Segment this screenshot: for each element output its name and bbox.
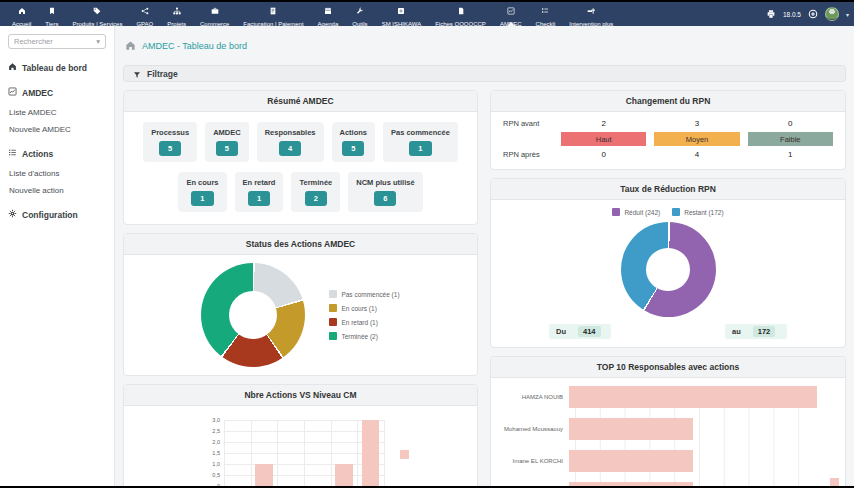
panel-title: Status des Actions AMDEC <box>124 234 477 255</box>
sidebar-item-dashboard[interactable]: Tableau de bord <box>8 62 106 73</box>
legend-item-termin-e-2[interactable]: Terminée (2) <box>329 332 399 340</box>
legend-item-en-retard-1[interactable]: En retard (1) <box>329 318 399 326</box>
nav-item-tiers[interactable]: Tiers <box>38 2 65 26</box>
nav-item-projets[interactable]: Projets <box>160 2 193 26</box>
nav-item-facturation-paiement[interactable]: Facturation | Paiement <box>236 2 310 26</box>
rpn-after-row-label: RPN après <box>503 150 553 159</box>
top-nav: AccueilTiersProduits | ServicesGPAOProje… <box>0 2 854 26</box>
grid-line-v <box>357 420 358 486</box>
legend-item-pas-commenc-e-1[interactable]: Pas commencée (1) <box>329 290 399 298</box>
filter-label: Filtrage <box>147 69 178 79</box>
gear-icon <box>8 209 17 220</box>
summary-card-en-retard: En retard1 <box>235 172 284 212</box>
legend-item-restant-172[interactable]: Restant (172) <box>672 208 723 216</box>
hbar-chart-legend-swatch[interactable] <box>830 478 839 486</box>
summary-card-value-badge[interactable]: 1 <box>409 141 431 156</box>
nav-item-outils[interactable]: Outils <box>345 2 374 26</box>
legend-label: Terminée (2) <box>341 333 377 340</box>
status-donut-chart[interactable] <box>201 263 305 367</box>
summary-card-value-badge[interactable]: 2 <box>305 191 327 206</box>
sidebar: Rechercher ▾ Tableau de bord AMDECListe … <box>0 26 115 486</box>
nav-item-produits-services[interactable]: Produits | Services <box>65 2 129 26</box>
nav-item-sm-ishikawa[interactable]: SM ISHIKAWA <box>375 2 429 26</box>
nav-items: AccueilTiersProduits | ServicesGPAOProje… <box>5 2 620 26</box>
chevron-down-icon[interactable]: ▾ <box>846 11 849 18</box>
bar-mohamed-moussaouy[interactable] <box>569 418 693 440</box>
legend-item-r-duit-242[interactable]: Réduit (242) <box>612 208 660 216</box>
rpn-after-value-faible: 1 <box>748 150 833 159</box>
summary-card-value-badge[interactable]: 5 <box>159 141 181 156</box>
chevron-down-icon: ▾ <box>96 37 100 46</box>
bar-niveau-cm-6[interactable] <box>362 420 379 486</box>
sidebar-section-actions[interactable]: Actions <box>8 148 106 159</box>
nav-right: 18.0.5 ▾ <box>766 2 849 26</box>
bar-niveau-cm-2[interactable] <box>255 464 272 486</box>
rpn-table-area: RPN avant230HautMoyenFaibleRPN après041 <box>491 112 845 169</box>
nav-item-fiches-qqqoccp[interactable]: Fiches QQQOCCP <box>428 2 493 26</box>
hbar-row-mohamed-moussaouy: Mohamed Moussaouy <box>491 418 823 440</box>
bar-hassnae-el-jesri[interactable] <box>569 482 693 486</box>
y-tick-label: 2,0 <box>198 439 220 445</box>
summary-card-pas-commenc-e: Pas commencée1 <box>383 122 458 162</box>
summary-card-value-badge[interactable]: 5 <box>216 141 238 156</box>
summary-card-value-badge[interactable]: 5 <box>342 141 364 156</box>
sidebar-item-liste-amdec[interactable]: Liste AMDEC <box>9 108 106 117</box>
rpn-before-value-moyen: 3 <box>654 119 739 128</box>
nav-item-commerce[interactable]: Commerce <box>193 2 236 26</box>
panel-rpn-reduction: Taux de Réduction RPN Réduit (242)Restan… <box>490 178 846 348</box>
rpn-before-value-haut: 2 <box>561 119 646 128</box>
panel-actions-vs-cm: Nbre Actions VS Niveau CM 00,51,01,52,02… <box>123 384 478 486</box>
bar-hamza-nouib[interactable] <box>569 386 817 408</box>
printer-icon[interactable] <box>766 5 776 23</box>
nav-item-label: Accueil <box>12 21 31 27</box>
nav-item-label: GPAO <box>136 21 153 27</box>
summary-card-label: En retard <box>243 178 276 187</box>
nav-item-agenda[interactable]: Agenda <box>311 2 346 26</box>
nav-item-checkli[interactable]: Checkli <box>529 2 563 26</box>
nav-item-amdec[interactable]: AMDEC <box>493 2 529 26</box>
legend-item-en-cours-1[interactable]: En cours (1) <box>329 304 399 312</box>
nav-item-accueil[interactable]: Accueil <box>5 2 38 26</box>
nav-item-intervention-plus[interactable]: Intervention plus <box>562 2 620 26</box>
summary-card-value-badge[interactable]: 4 <box>279 141 301 156</box>
filter-bar[interactable]: Filtrage <box>123 65 846 82</box>
page-title[interactable]: AMDEC - Tableau de bord <box>142 41 247 51</box>
dashboard-grid: Résumé AMDEC Processus5AMDEC5Responsable… <box>123 90 846 486</box>
panel-summary: Résumé AMDEC Processus5AMDEC5Responsable… <box>123 90 478 225</box>
wrench-icon <box>356 1 364 19</box>
hbar-category-label: Mohamed Moussaouy <box>491 426 569 432</box>
sidebar-section-amdec[interactable]: AMDEC <box>8 87 106 98</box>
sidebar-item-configuration[interactable]: Configuration <box>8 209 106 220</box>
legend-label: Restant (172) <box>684 209 723 216</box>
diagram-icon <box>397 1 405 19</box>
rpn-table: RPN avant230HautMoyenFaibleRPN après041 <box>503 119 833 159</box>
nav-item-label: Produits | Services <box>72 21 122 27</box>
summary-card-value-badge[interactable]: 1 <box>248 191 270 206</box>
plus-circle-icon[interactable] <box>808 5 818 23</box>
chart-line-icon <box>8 87 17 98</box>
chart-line-icon <box>507 1 515 19</box>
nav-item-gpao[interactable]: GPAO <box>129 2 160 26</box>
file-icon <box>457 1 465 19</box>
app-window: AccueilTiersProduits | ServicesGPAOProje… <box>0 0 854 488</box>
legend-label: Réduit (242) <box>624 209 660 216</box>
sidebar-item-nouvelle-action[interactable]: Nouvelle action <box>9 186 106 195</box>
bar-imane-el-korchi[interactable] <box>569 450 693 472</box>
hbar-track <box>569 386 823 408</box>
right-column: Changement du RPN RPN avant230HautMoyenF… <box>490 90 846 486</box>
sidebar-search-select[interactable]: Rechercher ▾ <box>8 34 106 49</box>
summary-card-value-badge[interactable]: 1 <box>191 191 213 206</box>
sidebar-item-nouvelle-amdec[interactable]: Nouvelle AMDEC <box>9 125 106 134</box>
sidebar-item-liste-d-actions[interactable]: Liste d'actions <box>9 169 106 178</box>
share-nodes-icon <box>141 1 149 19</box>
user-avatar[interactable] <box>825 7 839 21</box>
invoice-icon <box>269 1 277 19</box>
reduction-donut-chart[interactable] <box>621 222 716 317</box>
panel-status-actions: Status des Actions AMDEC Pas commencée (… <box>123 233 478 376</box>
nav-item-label: Intervention plus <box>569 21 613 27</box>
bar-chart-legend-swatch[interactable] <box>400 450 409 459</box>
summary-card-value-badge[interactable]: 6 <box>374 191 396 206</box>
bar-niveau-cm-5[interactable] <box>335 464 352 486</box>
range-from-value: 414 <box>578 326 601 337</box>
hbar-track <box>569 482 823 486</box>
